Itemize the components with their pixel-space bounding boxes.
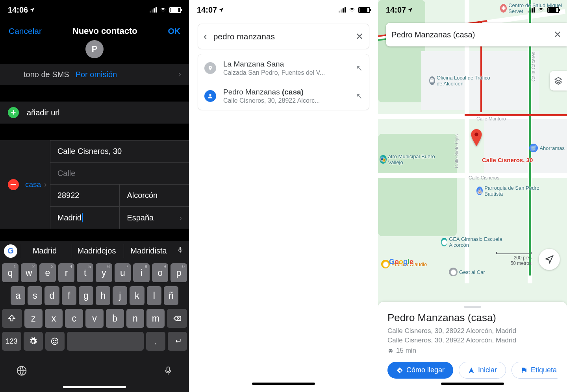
dictation-key[interactable] — [163, 365, 173, 379]
address-block: − casa › Calle Cisneros, 30 Calle 28922 … — [0, 140, 189, 229]
status-time: 14:06 — [8, 6, 28, 15]
zip-field[interactable]: 28922 — [50, 184, 120, 206]
key-q[interactable]: q1 — [2, 263, 19, 282]
google-logo: Google — [389, 258, 413, 266]
poi-traffic-office[interactable]: 🏛Oficina Local de Tráfico de Alcorcón — [429, 75, 492, 87]
numbers-key[interactable]: 123 — [2, 332, 21, 351]
label-button[interactable]: Etiqueta — [511, 362, 558, 379]
my-location-button[interactable] — [539, 249, 560, 270]
remove-icon[interactable]: − — [8, 179, 19, 190]
key-z[interactable]: z — [24, 309, 43, 328]
key-o[interactable]: o9 — [152, 263, 169, 282]
chevron-right-icon: › — [178, 69, 181, 80]
key-m[interactable]: m — [146, 309, 165, 328]
key-r[interactable]: r4 — [58, 263, 75, 282]
signal-icon — [150, 7, 157, 13]
sheet-grabber[interactable] — [464, 306, 481, 308]
location-arrow-icon — [219, 7, 224, 13]
dot-key[interactable]: . — [146, 332, 165, 351]
poi-gest[interactable]: ⬤Gest al Car — [449, 268, 485, 276]
key-l[interactable]: l — [147, 286, 161, 305]
key-ñ[interactable]: ñ — [164, 286, 178, 305]
clear-icon[interactable]: ✕ — [554, 29, 561, 40]
poi-gym[interactable]: ⬤GEA Gimnasio Escuela Alcorcón — [441, 236, 504, 248]
address-type-button[interactable]: casa — [25, 180, 41, 189]
street-value-field[interactable]: Calle Cisneros, 30 — [50, 140, 189, 162]
key-h[interactable]: h — [96, 286, 110, 305]
country-field[interactable]: España› — [119, 206, 189, 229]
search-box[interactable]: ‹ pedro manzanas ✕ — [198, 24, 369, 49]
key-s[interactable]: s — [28, 286, 42, 305]
suggestion-place[interactable]: La Manzana Sana Calzada San Pedro, Fuent… — [198, 54, 369, 82]
sms-tone-row[interactable]: tono de SMS Por omisión › — [0, 64, 189, 85]
key-t[interactable]: t5 — [77, 263, 93, 282]
insert-arrow-icon[interactable]: ↖ — [356, 91, 363, 101]
key-y[interactable]: y6 — [96, 263, 112, 282]
battery-icon — [169, 7, 181, 13]
street-placeholder-field[interactable]: Calle — [50, 162, 189, 184]
key-p[interactable]: p0 — [170, 263, 187, 282]
key-n[interactable]: n — [126, 309, 145, 328]
layers-button[interactable] — [550, 71, 567, 91]
region-field[interactable]: Madrid — [50, 206, 120, 229]
navigate-icon — [468, 367, 475, 374]
start-button[interactable]: Iniciar — [459, 362, 506, 379]
battery-icon — [547, 7, 559, 13]
city-field[interactable]: Alcorcón — [119, 184, 189, 206]
plus-icon: + — [8, 107, 19, 118]
search-query[interactable]: pedro manzanas — [213, 32, 349, 41]
key-i[interactable]: i8 — [133, 263, 150, 282]
key-u[interactable]: u7 — [115, 263, 131, 282]
enter-key[interactable] — [168, 332, 187, 351]
chevron-right-icon: › — [44, 180, 47, 189]
suggestion-contact[interactable]: Pedro Manzanas (casa) Calle Cisneros, 30… — [198, 82, 369, 110]
globe-key[interactable] — [16, 365, 28, 379]
contact-avatar[interactable]: P — [85, 40, 104, 58]
suggestion-2[interactable]: Madridejos — [72, 244, 121, 258]
insert-arrow-icon[interactable]: ↖ — [356, 63, 363, 73]
poi-theatre[interactable]: 🎭atro Municipal Buero Vallejo — [380, 153, 439, 165]
status-bar: 14:06 — [0, 0, 189, 20]
suggestion-3[interactable]: Madridista — [124, 244, 173, 258]
home-indicator[interactable] — [441, 383, 504, 385]
key-d[interactable]: d — [44, 286, 59, 305]
svg-rect-4 — [167, 367, 170, 372]
key-v[interactable]: v — [85, 309, 104, 328]
poi-church[interactable]: ⛪Parroquia de San Pedro Bautista — [476, 185, 539, 197]
poi-ahorramas[interactable]: 🛒Ahorramas — [529, 144, 565, 152]
map-pin-icon[interactable] — [470, 129, 483, 149]
key-f[interactable]: f — [62, 286, 76, 305]
key-e[interactable]: e3 — [39, 263, 56, 282]
street-label: Calle Cisneros — [469, 175, 499, 181]
place-sheet[interactable]: Pedro Manzanas (casa) Calle Cisneros, 30… — [378, 302, 567, 392]
settings-key[interactable] — [24, 332, 43, 351]
key-j[interactable]: j — [113, 286, 127, 305]
space-key[interactable] — [67, 332, 144, 351]
key-b[interactable]: b — [106, 309, 124, 328]
suggestion-1[interactable]: Madrid — [20, 244, 69, 258]
key-a[interactable]: a — [11, 286, 25, 305]
google-icon[interactable]: G — [4, 244, 17, 258]
suggestion-sub: Calle Cisneros, 30, 28922 Alcorc... — [223, 97, 349, 104]
back-icon[interactable]: ‹ — [204, 30, 207, 43]
search-box[interactable]: Pedro Manzanas (casa) ✕ — [386, 23, 567, 46]
key-c[interactable]: c — [65, 309, 83, 328]
directions-button[interactable]: Cómo llegar — [387, 362, 453, 379]
home-indicator[interactable] — [63, 386, 126, 388]
mic-icon[interactable] — [176, 246, 185, 257]
clear-icon[interactable]: ✕ — [356, 31, 363, 42]
key-x[interactable]: x — [45, 309, 63, 328]
emoji-key[interactable] — [45, 332, 65, 351]
key-k[interactable]: k — [130, 286, 144, 305]
backspace-key[interactable] — [167, 309, 187, 328]
wifi-icon — [348, 7, 356, 13]
contact-icon — [204, 90, 216, 102]
add-url-row[interactable]: + añadir url — [0, 102, 189, 124]
search-text: Pedro Manzanas (casa) — [391, 30, 554, 39]
ok-button[interactable]: OK — [168, 26, 180, 36]
shift-key[interactable] — [2, 309, 22, 328]
key-g[interactable]: g — [79, 286, 93, 305]
key-w[interactable]: w2 — [21, 263, 37, 282]
cancel-button[interactable]: Cancelar — [9, 26, 42, 36]
home-indicator[interactable] — [252, 383, 315, 385]
